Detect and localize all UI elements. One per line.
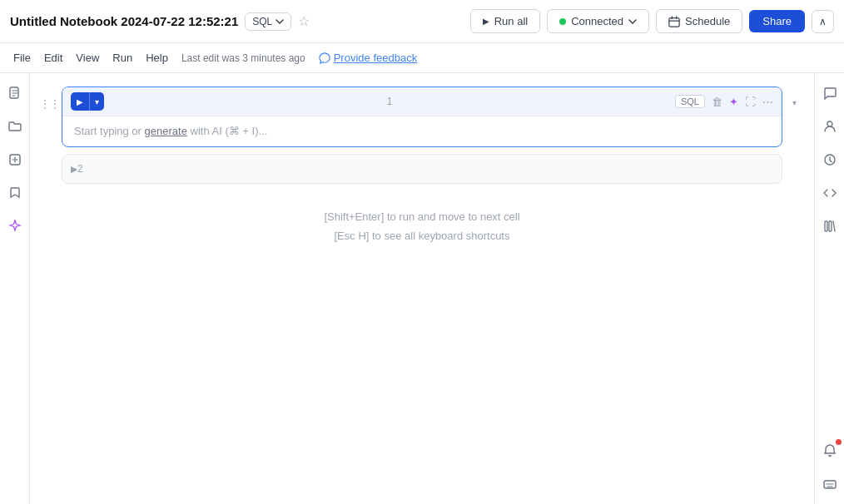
main-layout: ⋮⋮ ▶ ▾ 1 SQL 🗑 ✦ ⛶ [0,73,844,504]
cell-row-1: ⋮⋮ ▶ ▾ 1 SQL 🗑 ✦ ⛶ [43,86,801,147]
connected-button[interactable]: Connected [547,9,649,33]
right-sidebar-history-icon[interactable] [820,150,840,170]
cell-1[interactable]: ▶ ▾ 1 SQL 🗑 ✦ ⛶ ⋯ Start ty [62,86,782,147]
run-all-button[interactable]: ▶ Run all [470,9,540,33]
run-chevron-icon: ▾ [90,94,104,110]
right-sidebar-bottom [820,441,840,494]
sidebar-icon-bookmark[interactable] [5,183,25,203]
cell-2-play-button[interactable]: ▶ [71,164,77,175]
chevron-down-icon [628,19,637,24]
menu-bar: File Edit View Run Help Last edit was 3 … [0,43,844,73]
top-bar-left: Untitled Notebook 2024-07-22 12:52:21 SQ… [10,12,310,31]
keyboard-hints: [Shift+Enter] to run and move to next ce… [43,190,801,263]
connected-dot [559,18,566,25]
cell-row-2: ⋮⋮ ▶ 2 [43,154,801,184]
connected-label: Connected [571,15,623,27]
generate-link[interactable]: generate [145,125,187,137]
menu-file[interactable]: File [13,52,31,64]
right-sidebar-user-icon[interactable] [820,116,840,136]
collapse-header-button[interactable]: ∧ [812,10,834,33]
hint-line-2: [Esc H] to see all keyboard shortcuts [60,226,784,245]
cell-2-side-controls [787,154,801,166]
run-all-label: Run all [494,15,528,27]
cell-1-header-left: ▶ ▾ [71,92,104,111]
cell-1-run-button[interactable]: ▶ ▾ [71,92,104,111]
right-sidebar-code-icon[interactable] [820,183,840,203]
share-button[interactable]: Share [749,10,805,32]
cell-1-side-controls: ▾ [787,86,801,107]
cell-2-number: 2 [77,163,83,175]
schedule-button[interactable]: Schedule [656,9,742,33]
hint-line-1: [Shift+Enter] to run and move to next ce… [60,207,784,226]
cell-1-placeholder-text: Start typing or [74,125,145,137]
cell-1-placeholder-text2: with AI (⌘ + I)... [187,125,267,137]
more-options-icon[interactable]: ⋯ [762,96,773,108]
cell-area: ⋮⋮ ▶ ▾ 1 SQL 🗑 ✦ ⛶ [30,73,814,504]
menu-edit[interactable]: Edit [44,52,62,64]
menu-view[interactable]: View [76,52,99,64]
sidebar-icon-package[interactable] [5,150,25,170]
menu-help[interactable]: Help [146,52,168,64]
play-icon: ▶ [483,17,489,26]
top-bar-right: ▶ Run all Connected Schedule Share ∧ [470,9,834,33]
right-sidebar-keyboard-icon[interactable] [820,474,840,494]
last-edit-text: Last edit was 3 minutes ago [181,52,305,64]
svg-rect-6 [829,221,832,231]
star-icon[interactable]: ☆ [298,13,310,29]
calendar-icon [668,16,680,27]
svg-point-3 [827,121,832,126]
sidebar-icon-document[interactable] [5,83,25,103]
top-bar: Untitled Notebook 2024-07-22 12:52:21 SQ… [0,0,844,43]
cell-2-header: ▶ 2 [62,155,782,183]
provide-feedback-link[interactable]: Provide feedback [319,52,417,64]
cell-1-header: ▶ ▾ 1 SQL 🗑 ✦ ⛶ ⋯ [62,87,782,116]
notebook-title: Untitled Notebook 2024-07-22 12:52:21 [10,14,238,28]
left-sidebar [0,73,30,504]
right-sidebar-notification-icon[interactable] [820,441,840,461]
cell-2[interactable]: ▶ 2 [62,154,782,184]
sql-label: SQL [252,16,272,27]
ai-sparkle-icon[interactable]: ✦ [729,96,738,108]
run-play-icon: ▶ [71,94,89,110]
schedule-label: Schedule [685,15,730,27]
sql-badge-button[interactable]: SQL [245,12,291,31]
menu-run[interactable]: Run [112,52,132,64]
right-sidebar [814,73,844,504]
svg-rect-5 [825,221,827,231]
cell-1-header-right: SQL 🗑 ✦ ⛶ ⋯ [675,95,773,108]
sidebar-icon-sparkle[interactable] [5,216,25,236]
expand-icon[interactable]: ⛶ [745,96,756,108]
notification-dot [836,439,842,445]
chevron-down-icon [276,17,284,26]
cell-1-number: 1 [387,96,393,107]
svg-rect-0 [669,17,679,27]
sidebar-icon-folder[interactable] [5,116,25,136]
feedback-icon [319,52,330,64]
cell-1-collapse-btn[interactable]: ▾ [792,98,797,107]
right-sidebar-top [820,83,840,236]
right-sidebar-library-icon[interactable] [820,216,840,236]
right-sidebar-chat-icon[interactable] [820,83,840,103]
drag-handle-1[interactable]: ⋮⋮ [43,86,57,110]
cell-1-type-badge[interactable]: SQL [675,95,705,108]
cell-1-body[interactable]: Start typing or generate with AI (⌘ + I)… [62,116,782,146]
delete-cell-icon[interactable]: 🗑 [712,96,722,108]
